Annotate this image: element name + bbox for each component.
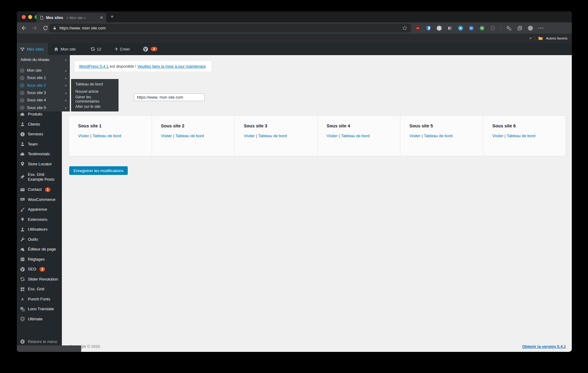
other-favorites-label[interactable]: Autres favoris	[546, 36, 567, 40]
network-site-item[interactable]: W Mon site ▸	[17, 67, 70, 74]
sidebar-item-label: WooCommerce	[28, 197, 55, 202]
plus-icon	[114, 47, 119, 51]
divider	[535, 36, 535, 40]
sidebar-item[interactable]: Contact 1	[17, 185, 62, 195]
wordpress-logo-icon: W	[20, 68, 24, 73]
link-separator: |	[89, 134, 92, 138]
network-site-item[interactable]: W Sous site 5 ▸	[17, 104, 70, 111]
my-sites-flyout: Admin du réseau ▸ W Mon site ▸ W Sous si…	[17, 55, 70, 111]
chevron-right-icon[interactable]: >	[530, 36, 532, 40]
sidebar-item[interactable]: Ess. Grid Example Posts	[17, 169, 62, 185]
back-button[interactable]	[21, 25, 27, 31]
address-bar[interactable]: https://www. mon site.com	[49, 24, 411, 32]
network-sites-list: W Mon site ▸ W Sous site 1 ▸ W Sous site…	[17, 67, 70, 111]
visit-link[interactable]: Visiter	[244, 134, 255, 138]
bookmark-star-icon[interactable]	[402, 25, 407, 31]
sidebar-item[interactable]: Team	[17, 139, 62, 149]
sidebar-item[interactable]: Utilisateurs	[17, 224, 62, 235]
network-site-label: Sous site 2	[27, 83, 46, 88]
sidebar-item[interactable]: Woo WooCommerce	[17, 195, 62, 205]
wp-blue-icon[interactable]: W	[469, 25, 474, 31]
visit-link[interactable]: Visiter	[161, 134, 172, 138]
forward-button[interactable]	[32, 25, 37, 31]
network-site-item[interactable]: W Sous site 2 ▸	[17, 82, 70, 89]
sidebar-item[interactable]: Slider Revolution	[17, 274, 62, 284]
sidebar-item[interactable]: aA Loco Translate	[17, 304, 62, 314]
sidebar-item-label: Punch Fonts	[28, 297, 50, 302]
sidebar-item[interactable]: Éditeur de page	[17, 244, 62, 254]
network-site-item[interactable]: W Sous site 3 ▸	[17, 89, 70, 96]
network-site-label: Mon site	[27, 68, 41, 73]
site-submenu-item[interactable]: Gérer les commentaires	[71, 96, 119, 103]
site-submenu-item[interactable]: Tableau de bord	[71, 81, 119, 88]
dashboard-link[interactable]: Tableau de bord	[175, 134, 204, 138]
dashboard-link[interactable]: Tableau de bord	[92, 134, 121, 138]
visit-link[interactable]: Visiter	[492, 134, 503, 138]
shield-ud-icon[interactable]: UD	[415, 25, 420, 31]
visit-link[interactable]: Visiter	[78, 134, 89, 138]
circle-blue-icon[interactable]	[458, 25, 463, 31]
reload-button[interactable]	[43, 25, 48, 31]
site-card-title: Sous site 1	[78, 123, 152, 128]
visit-link[interactable]: Visiter	[409, 134, 420, 138]
sidebar-item[interactable]: Services	[17, 129, 62, 139]
wordpress-logo-icon: W	[20, 91, 24, 95]
network-site-item[interactable]: W Sous site 4 ▸	[17, 96, 70, 104]
admin-bar-seo[interactable]: 2	[139, 43, 161, 55]
site-submenu-item[interactable]: Nouvel article	[71, 88, 119, 95]
new-tab-button[interactable]: +	[111, 13, 114, 20]
close-tab-icon[interactable]: ✕	[100, 15, 103, 20]
avatar-icon[interactable]	[528, 25, 533, 31]
wp-green-icon[interactable]: W	[479, 25, 485, 31]
blocks-icon[interactable]	[447, 25, 453, 31]
sidebar-item-label: Apparence	[28, 207, 47, 212]
sidebar-item-label: Ess. Grid Example Posts	[28, 172, 56, 182]
visit-link[interactable]: Visiter	[327, 134, 338, 138]
sidebar-item[interactable]: Ultimate	[17, 314, 62, 324]
admin-bar-my-sites[interactable]: Mes sites	[17, 43, 48, 55]
shield-blue-icon[interactable]	[426, 25, 431, 31]
dashboard-link[interactable]: Tableau de bord	[424, 134, 452, 138]
globe-icon[interactable]	[490, 25, 496, 31]
grid-icon	[20, 287, 25, 292]
admin-bar-site[interactable]: Mon site	[50, 43, 79, 55]
site-card: Sous site 5 Visiter|Tableau de bord	[400, 116, 483, 156]
site-submenu-item[interactable]: Aller sur le site	[71, 103, 119, 110]
pushpin-icon	[20, 174, 25, 179]
dashboard-link[interactable]: Tableau de bord	[258, 134, 287, 138]
admin-bar-new[interactable]: Créer	[111, 43, 134, 55]
browser-tab[interactable]: Mes sites < Mon site > ✕	[36, 13, 106, 22]
update-now-link[interactable]: Veuillez faire la mise à jour maintenant	[138, 64, 206, 69]
save-changes-button[interactable]: Enregistrer les modifications	[69, 166, 128, 175]
sidebar-item[interactable]: Testimonials	[17, 149, 62, 159]
close-window-button[interactable]	[22, 15, 26, 19]
dots-icon[interactable]: ···	[538, 25, 544, 31]
network-site-label: Sous site 4	[27, 98, 46, 102]
site-url-input[interactable]	[134, 93, 205, 101]
wordpress-version-link[interactable]: WordPress 5.4.1	[79, 64, 109, 69]
sidebar-item[interactable]: Apparence	[17, 205, 62, 215]
minimize-window-button[interactable]	[28, 15, 32, 19]
sidebar-item[interactable]: Ess. Grid	[17, 284, 62, 294]
circle-white-icon[interactable]	[436, 25, 442, 31]
svg-text:W: W	[21, 84, 23, 86]
site-card-title: Sous site 4	[327, 123, 400, 128]
admin-bar-updates[interactable]: 12	[87, 43, 105, 55]
sidebar-item[interactable]: Extensions	[17, 215, 62, 225]
dashboard-link[interactable]: Tableau de bord	[341, 134, 370, 138]
sidebar-item[interactable]: A Punch Fonts	[17, 294, 62, 304]
address-url[interactable]: https://www. mon site.com	[59, 26, 106, 30]
collapse-menu-button[interactable]: Réduire le menu	[17, 337, 62, 346]
sidebar-item[interactable]: Réglages	[17, 254, 62, 265]
sidebar-item[interactable]: SEO 2	[17, 264, 62, 274]
network-site-item[interactable]: W Sous site 1 ▸	[17, 74, 70, 81]
sidebar-item[interactable]: Clients	[17, 119, 62, 130]
update-icon	[90, 47, 95, 51]
dashboard-link[interactable]: Tableau de bord	[507, 134, 535, 138]
sidebar-item[interactable]: Store Locator	[17, 159, 62, 169]
sidebar-item[interactable]: Outils	[17, 235, 62, 245]
get-version-link[interactable]: Obtenir la version 5.4.1	[522, 344, 566, 349]
network-admin-item[interactable]: Admin du réseau ▸	[17, 56, 70, 64]
collections-icon[interactable]	[517, 25, 522, 31]
star-lines-icon[interactable]	[506, 25, 512, 31]
